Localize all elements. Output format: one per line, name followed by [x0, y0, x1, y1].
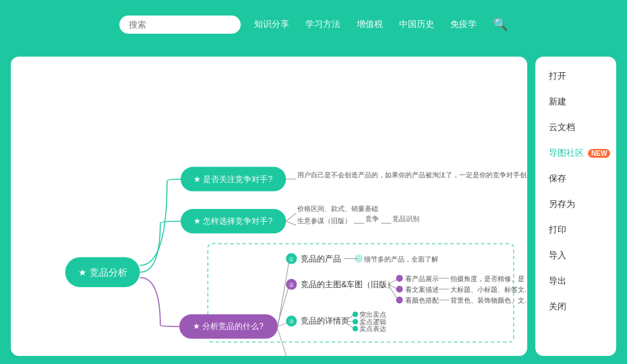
svg-point-31 — [396, 275, 402, 282]
svg-text:①: ① — [289, 256, 294, 263]
svg-text:竞品的详情页: 竞品的详情页 — [301, 316, 349, 326]
svg-text:看颜色搭配: 看颜色搭配 — [405, 297, 439, 304]
sidebar-item-saveas[interactable]: 另存为 — [535, 191, 616, 217]
search-icon[interactable]: 🔍 — [493, 17, 508, 32]
search-box[interactable]: 搜索 — [119, 16, 241, 34]
top-nav: 搜索 知识分享 学习方法 增值税 中国历史 免疫学 🔍 — [0, 0, 627, 49]
svg-point-24 — [355, 255, 363, 263]
svg-text:竞品的主图&车图（旧版）: 竞品的主图&车图（旧版） — [301, 280, 395, 289]
sidebar-close-label: 关闭 — [549, 301, 566, 313]
nav-link-immunology[interactable]: 免疫学 — [450, 18, 477, 30]
svg-text:竞品识别: 竞品识别 — [392, 215, 419, 222]
svg-text:卖点表达: 卖点表达 — [359, 325, 386, 332]
sidebar-item-import[interactable]: 导入 — [535, 243, 616, 268]
sidebar-item-community[interactable]: 导图社区 NEW — [535, 140, 616, 166]
svg-point-56 — [353, 326, 358, 331]
nav-link-knowledge[interactable]: 知识分享 — [254, 18, 289, 30]
sidebar-import-label: 导入 — [549, 249, 566, 262]
svg-point-50 — [353, 311, 358, 317]
sidebar-open-label: 打开 — [549, 70, 566, 82]
svg-text:价格区间、款式、销量基础: 价格区间、款式、销量基础 — [297, 205, 378, 212]
svg-text:看文案描述: 看文案描述 — [405, 286, 439, 293]
svg-text:突出卖点: 突出卖点 — [359, 311, 386, 318]
svg-text:★ 竞品分析: ★ 竞品分析 — [78, 267, 127, 278]
sidebar-item-save[interactable]: 保存 — [535, 166, 616, 191]
svg-text:大标题、小标题、标签文...: 大标题、小标题、标签文... — [450, 286, 527, 293]
sidebar-cloud-label: 云文档 — [549, 121, 575, 133]
sidebar-export-label: 导出 — [549, 275, 566, 287]
mindmap-panel: ★ 竞品分析 ★ 是否关注竞争对手? 用户自己是不会创造产品的，如果你的产品被淘… — [11, 57, 527, 356]
sidebar-saveas-label: 另存为 — [549, 198, 575, 210]
svg-point-41 — [396, 297, 402, 303]
svg-text:③: ③ — [289, 318, 294, 325]
svg-point-53 — [353, 319, 358, 324]
svg-line-9 — [286, 213, 296, 221]
sidebar-new-label: 新建 — [549, 96, 566, 108]
sidebar-item-cloud[interactable]: 云文档 — [535, 115, 616, 140]
main-area: ★ 竞品分析 ★ 是否关注竞争对手? 用户自己是不会创造产品的，如果你的产品被淘… — [0, 49, 627, 364]
svg-text:细节多的产品，全面了解: 细节多的产品，全面了解 — [364, 255, 438, 263]
sidebar-save-label: 保存 — [549, 173, 566, 185]
svg-line-11 — [286, 221, 296, 225]
sidebar-item-open[interactable]: 打开 — [535, 63, 616, 89]
new-badge: NEW — [588, 149, 610, 158]
nav-link-history[interactable]: 中国历史 — [399, 18, 434, 30]
sidebar-item-new[interactable]: 新建 — [535, 89, 616, 115]
sidebar-print-label: 打印 — [549, 224, 566, 236]
sidebar-item-export[interactable]: 导出 — [535, 268, 616, 294]
svg-text:★ 分析竞品的什么?: ★ 分析竞品的什么? — [193, 322, 264, 331]
svg-text:生意参谋（旧版）: 生意参谋（旧版） — [297, 217, 351, 224]
svg-text:拍摄角度，是否精修、是: 拍摄角度，是否精修、是 — [450, 275, 525, 282]
nav-link-tax[interactable]: 增值税 — [357, 18, 383, 30]
svg-text:背景色、装饰物颜色、文...: 背景色、装饰物颜色、文... — [450, 297, 527, 304]
svg-text:★ 是否关注竞争对手?: ★ 是否关注竞争对手? — [193, 175, 272, 184]
svg-text:竞品的产品: 竞品的产品 — [301, 254, 341, 264]
svg-text:★ 怎样选择竞争对手?: ★ 怎样选择竞争对手? — [193, 216, 272, 226]
central-node-label: 竞品分析 — [90, 267, 127, 278]
nav-link-learning[interactable]: 学习方法 — [305, 18, 340, 30]
sidebar-item-print[interactable]: 打印 — [535, 217, 616, 243]
search-input[interactable] — [129, 20, 210, 30]
sidebar-item-close[interactable]: 关闭 — [535, 294, 616, 320]
svg-text:看产品展示: 看产品展示 — [405, 275, 439, 282]
mindmap-svg: ★ 竞品分析 ★ 是否关注竞争对手? 用户自己是不会创造产品的，如果你的产品被淘… — [11, 57, 527, 356]
nav-links: 知识分享 学习方法 增值税 中国历史 免疫学 🔍 — [254, 17, 508, 32]
sidebar-community-label: 导图社区 — [549, 147, 584, 159]
right-sidebar: 打开 新建 云文档 导图社区 NEW 保存 另存为 打印 导入 导出 关闭 — [535, 57, 616, 356]
svg-point-36 — [396, 286, 402, 293]
svg-text:②: ② — [289, 282, 294, 289]
svg-text:竞争: 竞争 — [365, 215, 379, 222]
svg-line-19 — [278, 260, 289, 327]
svg-text:用户自己是不会创造产品的，如果你的产品被淘汰了，一定是你的竞: 用户自己是不会创造产品的，如果你的产品被淘汰了，一定是你的竞争对手创新了 — [297, 171, 527, 179]
